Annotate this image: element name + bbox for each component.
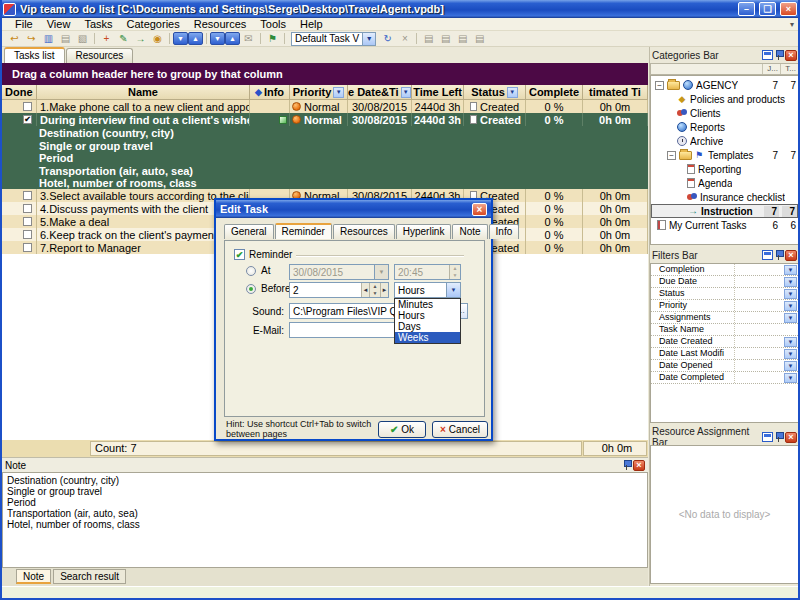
tab-hyperlink[interactable]: Hyperlink xyxy=(396,224,452,239)
tree-item-clients[interactable]: Clients xyxy=(651,106,798,120)
column-status[interactable]: Status ▼ xyxy=(464,85,526,99)
tab-search-result[interactable]: Search result xyxy=(53,569,126,584)
apply-view-button[interactable]: ↻ xyxy=(379,31,396,46)
add-task-button[interactable]: + xyxy=(98,31,115,46)
pin-icon[interactable] xyxy=(775,250,783,260)
tab-note[interactable]: Note xyxy=(452,224,487,239)
menu-help[interactable]: Help xyxy=(293,18,330,31)
tab-general[interactable]: General xyxy=(224,224,274,239)
collapse-node-icon[interactable]: − xyxy=(655,81,664,90)
menu-tasks[interactable]: Tasks xyxy=(77,18,119,31)
filter-priority[interactable]: Priority ▼ xyxy=(651,300,798,312)
pin-icon[interactable] xyxy=(775,432,783,442)
task-checkbox-checked[interactable]: ✔ xyxy=(23,115,32,124)
filter-completion[interactable]: Completion ▼ xyxy=(651,264,798,276)
tree-item-insurance-checklist[interactable]: Insurance checklist xyxy=(651,190,798,204)
chevron-down-icon[interactable]: ▼ xyxy=(362,33,375,45)
column-estimated-time[interactable]: timated Ti xyxy=(583,85,648,99)
close-icon[interactable]: × xyxy=(785,50,797,61)
decrement-icon[interactable]: ◄ xyxy=(361,283,369,297)
copy-button[interactable]: ▥ xyxy=(40,31,57,46)
table-row-selected[interactable]: ✔ During interview find out a client's w… xyxy=(2,113,648,126)
reminder-checkbox-row[interactable]: ✔ Reminder xyxy=(234,249,292,260)
filter-task-name[interactable]: Task Name xyxy=(651,324,798,336)
task-checkbox[interactable] xyxy=(23,102,32,111)
filter-date-opened[interactable]: Date Opened ▼ xyxy=(651,360,798,372)
column-due-date[interactable]: e Date&Ti ▼ xyxy=(348,85,412,99)
unit-combo[interactable]: Hours ▼ xyxy=(394,282,461,298)
note-panel-content[interactable]: Destination (country, city) Single or gr… xyxy=(2,472,648,568)
clear-view-button[interactable]: × xyxy=(396,31,413,46)
restore-panel-icon[interactable] xyxy=(762,432,773,442)
column-complete[interactable]: Complete xyxy=(526,85,583,99)
restore-panel-icon[interactable] xyxy=(762,250,773,260)
send-email-button[interactable]: ✉ xyxy=(240,31,257,46)
move-down-button[interactable]: ▼ xyxy=(173,32,188,45)
chevron-down-icon[interactable]: ▼ xyxy=(446,283,460,297)
tab-resources[interactable]: Resources xyxy=(333,224,395,239)
edit-task-button[interactable]: ✎ xyxy=(115,31,132,46)
column-name[interactable]: Name xyxy=(37,85,250,99)
report-button-1[interactable]: ▤ xyxy=(420,31,437,46)
filter-date-created[interactable]: Date Created ▼ xyxy=(651,336,798,348)
expand-all-button[interactable]: ▼ xyxy=(210,32,225,45)
collapse-node-icon[interactable]: − xyxy=(667,151,676,160)
close-icon[interactable]: × xyxy=(785,432,797,443)
pin-icon[interactable] xyxy=(623,460,631,470)
tree-item-templates[interactable]: − ⚑ Templates 77 xyxy=(651,148,798,162)
filter-date-last-modified[interactable]: Date Last Modifi ▼ xyxy=(651,348,798,360)
flag-button[interactable]: ⚑ xyxy=(264,31,281,46)
column-priority[interactable]: Priority ▼ xyxy=(290,85,348,99)
redo-button[interactable]: ↪ xyxy=(23,31,40,46)
tree-item-reporting[interactable]: Reporting xyxy=(651,162,798,176)
cancel-button[interactable]: × Cancel xyxy=(432,421,488,438)
filter-due-date[interactable]: Due Date ▼ xyxy=(651,276,798,288)
task-checkbox[interactable] xyxy=(23,230,32,239)
task-checkbox[interactable] xyxy=(23,217,32,226)
value-spinner[interactable]: ▲▼ xyxy=(369,283,380,297)
tree-item-instruction-selected[interactable]: → Instruction 77 xyxy=(651,204,798,218)
at-time-field[interactable]: 20:45 ▲▼ xyxy=(394,264,461,280)
column-info[interactable]: ◆ Info xyxy=(250,85,290,99)
filter-date-completed[interactable]: Date Completed ▼ xyxy=(651,372,798,384)
menu-file[interactable]: File xyxy=(8,18,40,31)
print-button[interactable]: ▤ xyxy=(57,31,74,46)
chevron-down-icon[interactable]: ▼ xyxy=(784,265,797,275)
option-hours[interactable]: Hours xyxy=(395,310,460,321)
menu-resources[interactable]: Resources xyxy=(187,18,254,31)
tree-item-agenda[interactable]: Agenda xyxy=(651,176,798,190)
menu-tools[interactable]: Tools xyxy=(253,18,293,31)
ok-button[interactable]: ✔ Ok xyxy=(378,421,426,438)
dialog-close-button[interactable]: × xyxy=(472,203,487,216)
filter-status[interactable]: Status ▼ xyxy=(651,288,798,300)
close-button[interactable]: × xyxy=(780,2,797,16)
priority-filter-icon[interactable]: ▼ xyxy=(333,87,344,98)
table-row[interactable]: 1.Make phone call to a new client and ap… xyxy=(2,100,648,113)
chevron-down-icon[interactable]: ▼ xyxy=(784,349,797,359)
chevron-down-icon[interactable]: ▼ xyxy=(784,373,797,383)
time-spinner[interactable]: ▲▼ xyxy=(449,265,460,279)
tab-note[interactable]: Note xyxy=(16,569,51,584)
tab-tasks-list[interactable]: Tasks list xyxy=(4,47,65,63)
filter-assignments[interactable]: Assignments ▼ xyxy=(651,312,798,324)
close-icon[interactable]: × xyxy=(633,460,645,471)
menu-overflow-icon[interactable]: ▾ xyxy=(790,20,798,29)
report-button-3[interactable]: ▤ xyxy=(454,31,471,46)
increment-icon[interactable]: ► xyxy=(380,283,388,297)
chevron-down-icon[interactable]: ▼ xyxy=(374,265,388,279)
tree-item-archive[interactable]: Archive xyxy=(651,134,798,148)
go-to-button[interactable]: → xyxy=(132,31,149,46)
chevron-down-icon[interactable]: ▼ xyxy=(784,337,797,347)
print-preview-button[interactable]: ▧ xyxy=(74,31,91,46)
option-days[interactable]: Days xyxy=(395,321,460,332)
collapse-all-button[interactable]: ▲ xyxy=(225,32,240,45)
task-checkbox[interactable] xyxy=(23,204,32,213)
task-checkbox[interactable] xyxy=(23,191,32,200)
option-weeks-highlighted[interactable]: Weeks xyxy=(395,332,460,343)
restore-button[interactable]: ❑ xyxy=(759,2,776,16)
tree-item-reports[interactable]: Reports xyxy=(651,120,798,134)
chevron-down-icon[interactable]: ▼ xyxy=(784,361,797,371)
tree-item-agency[interactable]: − AGENCY 77 xyxy=(651,78,798,92)
date-filter-icon[interactable]: ▼ xyxy=(401,87,411,98)
tab-resources[interactable]: Resources xyxy=(66,48,134,63)
